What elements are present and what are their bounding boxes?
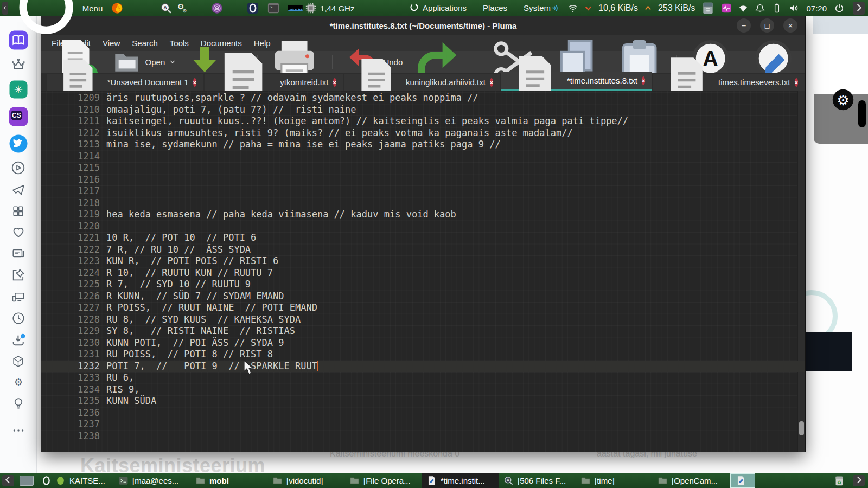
sidebar-item-pin[interactable] [11,267,26,282]
volume-icon[interactable] [788,3,799,14]
line-text[interactable]: 10 R, // POT 10 // POTI 6 [106,232,256,244]
workspace-switcher[interactable] [20,476,34,486]
line-text[interactable]: RU 8, // SYD KUUS // KAHEKSA SYDA [106,314,301,326]
taskbar-item-mobl[interactable]: mobl [191,473,268,488]
line-text[interactable]: isuiklikus armusuhtes, risti 9? (maiks? … [106,127,573,139]
minimize-button[interactable]: − [737,18,751,33]
line-text[interactable]: R KUNN, // SÜD 7 // SYDAM EMAND [106,291,284,303]
line-text[interactable]: RU POISS, // POTI 8 // RIST 8 [106,349,273,361]
system-monitor-graph-icon[interactable] [288,2,303,15]
sidebar-item-send[interactable] [11,182,26,197]
line-text[interactable]: kaitseingel, ruuutu kuus..??! (koige ant… [106,115,628,127]
line-text[interactable]: RU 6, [106,372,134,384]
panel-collapse-right-button[interactable] [853,2,865,15]
sidebar-item-play-circle[interactable] [11,160,25,175]
line-text[interactable]: äris ruutupoiss,sparkle ? // odavaim syd… [106,92,478,104]
tab-close-icon[interactable]: × [193,78,196,87]
text-editor-area[interactable]: 1209äris ruutupoiss,sparkle ? // odavaim… [41,91,805,452]
pluma-titlebar[interactable]: *time.institutes.8.txt (~/Documents/time… [41,16,805,35]
panel-collapse-left-button[interactable] [2,2,8,15]
menu-button[interactable]: Menu [14,0,103,42]
sidebar-item-grid[interactable] [11,204,25,218]
black-pill-handle[interactable] [858,100,866,127]
sidebar-item-devices[interactable] [11,290,25,304]
network-applet-icon[interactable] [738,3,749,14]
line-text[interactable]: POTI 7, // POTI 9 // SPARKLE RUUT [106,361,317,373]
gears-icon[interactable]: ⚙⚙ [176,2,188,14]
taskbar-item--file-opera-[interactable]: [File Opera... [345,473,422,488]
tab-close-icon[interactable]: × [490,78,493,87]
taskbar-item-pluma-doc[interactable] [730,473,755,488]
sidebar-item-heart[interactable] [11,225,25,239]
line-number: 1230 [41,337,106,349]
wifi-signal-icon[interactable] [567,3,578,14]
taskbar-item-kaitse-[interactable]: KAITSE... [37,473,114,488]
places-menu[interactable]: Places [483,3,507,12]
sidebar-item-bulb[interactable] [11,396,25,410]
tab-close-icon[interactable]: × [333,78,336,87]
tor-browser-icon[interactable] [211,2,223,14]
line-text[interactable]: hea keda esmasena // paha keda viimasena… [106,209,456,221]
file-manager-icon[interactable] [701,1,715,15]
maximize-button[interactable]: □ [760,18,774,33]
tab-ytkomtreid.txt[interactable]: ytkomtreid.txt× [205,74,343,91]
taskbar-item--maa-ees-[interactable]: [maa@ees... [114,473,191,488]
sidebar-item-twitter[interactable] [9,134,28,153]
sidebar-item-feed[interactable] [11,246,25,260]
sidebar-item-cs[interactable]: CS [8,106,29,127]
trash-icon[interactable]: ♻ [833,475,845,487]
sidebar-item-download[interactable] [11,332,26,348]
line-text[interactable]: R 7, // SYD 10 // RUUTU 9 [106,279,251,291]
taskbar-item--time-instit-[interactable]: *time.instit... [422,473,499,488]
line-text[interactable]: SY 8, // RISTI NAINE // RISTIAS [106,325,295,337]
cs-icon: CS [8,106,29,127]
audio-waves-icon[interactable] [551,3,561,14]
opera-icon[interactable] [247,2,259,14]
taskbar-item--506-files-f-[interactable]: A[506 Files F... [499,473,576,488]
line-text[interactable]: 7 R, // RU 10 // ÄSS SYDA [106,244,251,256]
line-text[interactable]: R POISS, // RUUT NAINE // POTI EMAND [106,302,317,314]
line-text[interactable]: RIS 9, [106,384,139,396]
sidebar-item-ellipsis[interactable] [11,423,25,438]
line-text[interactable]: omaajaligu, poti 7, (patu 7?) // risti n… [106,104,356,116]
line-number: 1228 [41,314,106,326]
line-text[interactable]: KUNN SÜDA [106,395,156,407]
editor-line-1224: 1224R 10, // RUUTU KUN // RUUTU 7 [41,267,805,279]
notifications-bell-icon[interactable] [755,3,765,14]
line-number: 1226 [41,291,106,303]
tab-times.timesevers.txt[interactable]: times.timesevers.txt× [653,74,805,91]
taskbar-item-label: [506 Files F... [518,476,566,485]
tab--time.institutes.8.txt[interactable]: *time.institutes.8.txt× [501,72,652,91]
sidebar-item-crown[interactable] [11,57,26,73]
terminal-icon[interactable]: >_ [267,2,279,14]
line-text[interactable]: R 10, // RUUTU KUN // RUUTU 7 [106,267,273,279]
line-text[interactable]: mina ise, sydamekunn // paha = mina ise … [106,139,501,151]
search-tool-icon[interactable]: A [160,2,172,14]
sidebar-item-cube[interactable] [11,355,25,368]
media-pulse-icon[interactable] [721,3,732,14]
taskbar-collapse-left-button[interactable] [2,475,14,486]
tab-kuninglikud.arhiivid.txt[interactable]: kuninglikud.arhiivid.txt× [344,74,500,91]
battery-icon[interactable] [771,3,782,14]
power-icon[interactable] [834,3,845,14]
close-button[interactable]: × [783,18,797,33]
firefox-icon[interactable] [111,2,123,14]
taskbar-item--opencam-[interactable]: [OpenCam... [653,473,730,488]
sidebar-item-chatgpt[interactable]: ✳ [9,80,28,99]
line-text[interactable]: KUN R, // POTI POIS // RISTI 6 [106,255,278,267]
chevron-down-icon[interactable] [169,59,176,65]
tab--unsaved-document-1[interactable]: *Unsaved Document 1× [47,74,203,91]
tab-close-icon[interactable]: × [642,76,645,85]
recorder-gear-icon[interactable]: ⚙ [832,88,854,111]
system-menu[interactable]: System [524,3,551,12]
taskbar-item-label: KAITSE... [69,476,105,485]
taskbar-collapse-right-button[interactable] [853,475,865,486]
tab-close-icon[interactable]: × [795,78,798,87]
applications-menu[interactable]: Applications [410,3,467,14]
clock[interactable]: 07:20 [806,4,827,13]
line-text[interactable]: KUNN POTI, // POI ÄSS // SYDA 9 [106,337,284,349]
taskbar-item--vidocutid-[interactable]: [vidocutid] [268,473,345,488]
sidebar-item-gear[interactable]: ⚙ [11,375,25,389]
sidebar-item-clock[interactable] [11,311,25,325]
taskbar-item--time-[interactable]: [time] [576,473,653,488]
